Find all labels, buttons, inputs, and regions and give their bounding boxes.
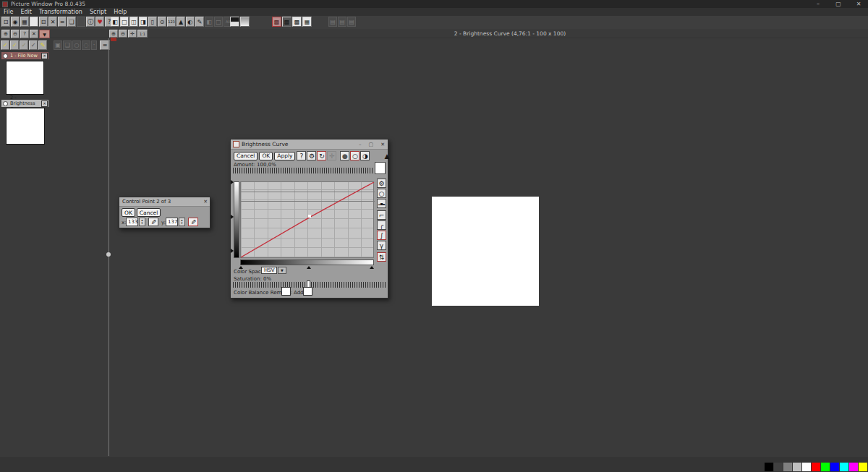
maximize-button[interactable]: ▢ <box>835 1 842 7</box>
close-button[interactable]: ✕ <box>30 30 38 38</box>
new-window-icon[interactable]: ⊡ <box>1 17 10 27</box>
duplicate-icon[interactable]: ❏ <box>67 17 76 27</box>
thumbnail-file-new[interactable] <box>6 61 44 95</box>
help-button[interactable]: ? <box>20 30 29 38</box>
swatch-lightgray[interactable] <box>793 463 801 471</box>
splitter-handle[interactable] <box>106 252 111 257</box>
minimize-button[interactable]: – <box>814 1 822 7</box>
menu-item[interactable]: Script <box>90 9 106 15</box>
zoom-in-button[interactable]: ⊕ <box>1 30 10 38</box>
layout-left-icon[interactable]: ◧ <box>111 17 119 27</box>
remove-color-swatch[interactable] <box>281 287 291 296</box>
swatch-blue[interactable] <box>830 463 839 471</box>
image-tab-2[interactable]: 2 - Brightness Cu ✕ <box>1 100 48 107</box>
dialog-maximize-icon[interactable]: ▢ <box>369 142 374 147</box>
tool-dropdown-button[interactable]: ▼ <box>39 30 50 38</box>
tab-radio-icon[interactable] <box>3 101 8 106</box>
swatch-cyan[interactable] <box>840 463 848 471</box>
menu-item[interactable]: Help <box>114 9 127 15</box>
y-eyedropper-button[interactable]: ✎ <box>188 218 198 226</box>
amount-slider[interactable] <box>233 168 373 173</box>
dither-dark-icon[interactable]: ▩ <box>282 17 292 27</box>
pencil-icon[interactable]: ✎ <box>195 17 204 27</box>
curve-settings-button[interactable]: ⚙ <box>377 179 386 188</box>
close-button[interactable]: ✕ <box>855 1 862 7</box>
x-spinner[interactable]: ▴ ▾ <box>139 218 145 226</box>
cancel-button[interactable]: Cancel <box>234 152 258 160</box>
dialog-close-icon[interactable]: ✕ <box>203 199 208 205</box>
slide-icon[interactable]: ▯ <box>148 17 157 27</box>
dither-selected-icon[interactable]: ▩ <box>272 17 281 27</box>
thumbnail-brightness-curve[interactable] <box>6 108 45 145</box>
tab-close-icon[interactable]: ✕ <box>41 53 48 59</box>
y-value-field[interactable]: 137 <box>166 218 178 226</box>
swatch-darkgray[interactable] <box>774 463 783 471</box>
curve-control-point[interactable] <box>308 215 311 218</box>
close-image-icon[interactable]: ✕ <box>48 17 57 27</box>
input-marker-mid[interactable] <box>307 266 311 269</box>
zoom-actual-button[interactable]: 1:1 <box>137 30 148 38</box>
info-icon[interactable]: ⓘ <box>86 17 95 27</box>
dialog-help-button[interactable]: ? <box>297 151 306 160</box>
dialog-titlebar[interactable]: Brightness Curve – ▢ ✕ <box>231 140 388 150</box>
zoom-in-button[interactable]: ⊕ <box>109 30 118 38</box>
zoom-fit-button[interactable]: ✛ <box>128 30 137 38</box>
tab-radio-icon[interactable] <box>3 53 8 59</box>
y-spinner[interactable]: ▴ ▾ <box>179 218 185 226</box>
swatch-green[interactable] <box>821 463 830 471</box>
spin-down-icon[interactable]: ▾ <box>141 222 142 226</box>
swatch-black[interactable] <box>765 463 773 471</box>
preview-split-button[interactable]: ◑ <box>360 151 370 160</box>
panel-divider[interactable] <box>109 38 109 456</box>
check-dark-icon[interactable]: ✓ <box>29 40 38 50</box>
layout-right-icon[interactable]: ◨ <box>139 17 148 27</box>
window-titlebar[interactable]: Picture Window Pro 8.0.435 – ▢ ✕ <box>0 0 868 8</box>
ok-button[interactable]: OK <box>259 152 273 160</box>
gradient-split-icon[interactable] <box>230 17 239 27</box>
curve-gamma-button[interactable]: γ <box>377 241 386 250</box>
magnifier-icon[interactable]: ⊙ <box>158 17 166 27</box>
tab-close-icon[interactable]: ✕ <box>41 100 48 107</box>
preview-white-button[interactable]: ○ <box>350 151 359 160</box>
curve-step-button[interactable]: ⌐ <box>377 210 386 220</box>
swatch-white[interactable] <box>802 463 811 471</box>
zoom-out-button[interactable]: ⊖ <box>11 30 20 38</box>
favorites-icon[interactable]: ♥ <box>95 17 104 27</box>
swatch-gray[interactable] <box>783 463 792 471</box>
dither-light-icon[interactable]: ▩ <box>292 17 302 27</box>
layout-full-icon[interactable]: □ <box>120 17 129 27</box>
apply-all-check-icon[interactable]: ✓ <box>10 40 19 50</box>
curve-arc-button[interactable]: ╭ <box>377 220 386 230</box>
swatch-yellow[interactable] <box>859 463 867 471</box>
image-tab-1[interactable]: 1 - File New ✕ <box>1 52 48 59</box>
curve-point-button[interactable]: ○ <box>377 189 386 198</box>
color-space-select[interactable]: HSV <box>261 267 277 274</box>
input-marker-right[interactable] <box>370 266 374 269</box>
list-icon[interactable]: ≡ <box>58 17 67 27</box>
color-space-dropdown-arrow[interactable]: ▼ <box>278 267 286 274</box>
apply-button[interactable]: Apply <box>274 152 295 160</box>
menu-item[interactable]: Edit <box>20 9 32 15</box>
spin-down-icon[interactable]: ▾ <box>181 222 182 226</box>
dialog-minimize-icon[interactable]: – <box>359 142 362 147</box>
histogram-display-button[interactable]: ▲ <box>382 151 391 160</box>
dialog-titlebar[interactable]: Control Point 2 of 3 ✕ <box>119 197 210 207</box>
cancel-button[interactable]: Cancel <box>137 208 161 217</box>
gradient-smooth-icon[interactable] <box>240 17 250 27</box>
add-color-swatch[interactable] <box>303 287 312 296</box>
grid-pattern-icon[interactable]: ▦ <box>302 17 312 27</box>
menu-item[interactable]: File <box>4 9 13 15</box>
dialog-settings-button[interactable]: ⚙ <box>307 151 316 160</box>
amount-slider-handle[interactable] <box>375 162 386 174</box>
check-gray-icon[interactable]: ✓ <box>20 40 28 50</box>
auto-refresh-button[interactable]: ↻ <box>317 151 326 160</box>
x-eyedropper-button[interactable]: ✎ <box>148 218 158 226</box>
curve-s-button[interactable]: ∫ <box>377 231 386 240</box>
swatch-red[interactable] <box>812 463 820 471</box>
print-icon[interactable]: ⊟ <box>39 17 48 27</box>
curve-spline-button[interactable]: ⇅ <box>377 252 386 262</box>
ok-button[interactable]: OK <box>122 208 135 217</box>
swatch-magenta[interactable] <box>849 463 858 471</box>
histogram-icon[interactable]: ▲ <box>176 17 185 27</box>
apply-check-icon[interactable]: ✓ <box>1 40 9 50</box>
